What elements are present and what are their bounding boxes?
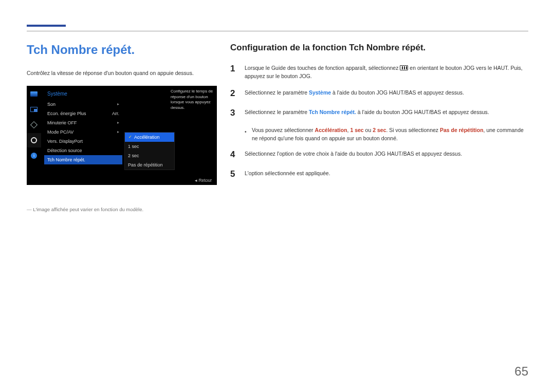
intro-text: Contrôlez la vitesse de réponse d'un bou… xyxy=(27,69,217,78)
step-body: Sélectionnez le paramètre Tch Nombre rép… xyxy=(245,106,528,120)
step-number: 5 xyxy=(230,167,237,181)
osd-item-detection: Détection source xyxy=(44,146,122,155)
osd-menu: Système Son▸ Econ. énergie PlusArr. Minu… xyxy=(41,86,122,164)
chapter-bar xyxy=(27,25,66,27)
osd-header: Système xyxy=(44,89,122,100)
menu-icon xyxy=(400,65,408,70)
popup-2sec: 2 sec xyxy=(125,151,174,160)
section-heading: Configuration de la fonction Tch Nombre … xyxy=(230,43,528,53)
osd-item-son: Son▸ xyxy=(44,100,122,109)
popup-norep: Pas de répétition xyxy=(125,160,174,170)
osd-item-tch: Tch Nombre répét. xyxy=(44,155,122,164)
osd-item-minuterie: Minuterie OFF▸ xyxy=(44,118,122,127)
osd-item-mode: Mode PC/AV▸ xyxy=(44,127,122,137)
page-title: Tch Nombre répét. xyxy=(27,43,217,57)
step-5: 5 L'option sélectionnée est appliquée. xyxy=(230,167,528,181)
step-body: Sélectionnez l'option de votre choix à l… xyxy=(245,148,528,161)
step-number: 4 xyxy=(230,148,237,161)
osd-item-displayport: Vers. DisplayPort xyxy=(44,137,122,146)
footnote: L'image affichée peut varier en fonction… xyxy=(27,207,217,212)
step-number: 3 xyxy=(230,106,237,120)
bullet-dot-icon: • xyxy=(245,126,247,143)
step-body: Lorsque le Guide des touches de fonction… xyxy=(245,62,528,81)
popup-1sec: 1 sec xyxy=(125,142,174,151)
osd-item-econ: Econ. énergie PlusArr. xyxy=(44,109,122,118)
display-icon xyxy=(27,118,41,132)
step-number: 1 xyxy=(230,62,237,81)
bullet-note: • Vous pouvez sélectionner Accélération,… xyxy=(245,126,528,143)
osd-return: Retour xyxy=(195,178,212,183)
step-number: 2 xyxy=(230,87,237,100)
bullet-text: Vous pouvez sélectionner Accélération, 1… xyxy=(252,126,528,143)
osd-popup: ✓Accélération 1 sec 2 sec Pas de répétit… xyxy=(124,132,175,170)
popup-accel: ✓Accélération xyxy=(125,133,174,142)
info-icon: i xyxy=(27,148,41,163)
step-body: Sélectionnez le paramètre Système à l'ai… xyxy=(245,87,528,100)
picture-icon xyxy=(27,87,41,101)
step-3: 3 Sélectionnez le paramètre Tch Nombre r… xyxy=(230,106,528,120)
step-1: 1 Lorsque le Guide des touches de foncti… xyxy=(230,62,528,81)
check-icon: ✓ xyxy=(128,135,132,139)
osd-screenshot: i Système Son▸ Econ. énergie PlusArr. Mi… xyxy=(27,86,217,185)
pip-icon xyxy=(27,102,41,117)
osd-description: Configurez le temps de réponse d'un bout… xyxy=(171,89,214,111)
settings-icon xyxy=(27,133,41,147)
page-number: 65 xyxy=(514,364,528,379)
step-2: 2 Sélectionnez le paramètre Système à l'… xyxy=(230,87,528,100)
step-4: 4 Sélectionnez l'option de votre choix à… xyxy=(230,148,528,161)
step-body: L'option sélectionnée est appliquée. xyxy=(245,167,528,181)
top-divider xyxy=(27,31,528,31)
osd-sidebar: i xyxy=(27,86,41,185)
